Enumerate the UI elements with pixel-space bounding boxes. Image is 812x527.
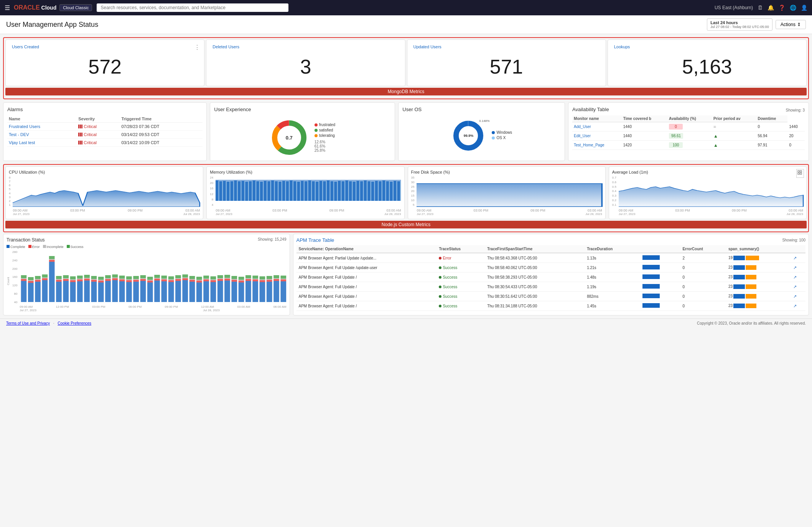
apm-ext-link-0[interactable]: ↗ [793, 256, 797, 260]
users-created-value: 572 [12, 52, 198, 81]
svg-rect-149 [175, 281, 181, 302]
metric-dots-menu[interactable]: ⋮ [194, 44, 200, 51]
severity-label-2: Critical [84, 140, 97, 145]
avail-downtime-0: 1440 [787, 122, 805, 131]
transaction-status-panel: Transaction Status Showing: 15,249 Compl… [3, 234, 290, 315]
top-navigation: ☰ ORACLE Cloud Cloud Classic US East (As… [0, 0, 812, 15]
ue-center-value: 0.7 [286, 135, 293, 141]
apm-duration-4: 882ms [585, 292, 640, 301]
svg-rect-195 [253, 279, 259, 279]
avail-name-2[interactable]: Test_Home_Page [574, 143, 604, 147]
svg-rect-139 [155, 278, 160, 279]
metric-cards-row: Users Created ⋮ 572 Deleted Users 3 Upda… [5, 39, 807, 86]
span-blue-1 [733, 265, 745, 270]
apm-status-5: Success [436, 301, 485, 311]
svg-rect-10 [227, 182, 229, 201]
alarms-panel: Alarms Name Severity Triggered Time Frus… [3, 102, 207, 161]
hamburger-icon[interactable]: ☰ [5, 4, 10, 11]
svg-rect-188 [239, 277, 244, 280]
transaction-title: Transaction Status [7, 237, 45, 243]
svg-rect-175 [217, 278, 223, 279]
svg-rect-118 [119, 279, 125, 281]
apm-col-starttime: TraceFirstSpanStartTime [485, 245, 585, 253]
updated-users-label: Updated Users [413, 44, 600, 49]
alarms-col-severity: Severity [77, 115, 120, 123]
cloud-classic-button[interactable]: Cloud Classic [59, 4, 92, 11]
apm-row-5: APM Browser Agent: Full Update / Success… [296, 301, 806, 311]
user-icon[interactable]: 👤 [801, 5, 807, 11]
svg-rect-209 [281, 281, 287, 302]
apm-ext-link-5[interactable]: ↗ [793, 304, 797, 308]
svg-rect-112 [105, 275, 111, 278]
apm-starttime-0: Thu 08:58:43.368 UTC-05:00 [485, 253, 585, 263]
time-range-selector[interactable]: Last 24 hours Jul 27 08:02 - Today 08:02… [707, 18, 772, 31]
apm-row-4: APM Browser Agent: Full Update / Success… [296, 292, 806, 301]
svg-rect-180 [225, 275, 231, 278]
chart-grid-icon[interactable] [796, 169, 804, 178]
apm-starttime-3: Thu 08:30:54.433 UTC-05:00 [485, 282, 585, 292]
apm-ext-link-2[interactable]: ↗ [793, 275, 797, 279]
ue-legend-satisfied: satisfied [315, 128, 335, 132]
svg-rect-85 [63, 281, 69, 302]
alarm-row-0: Frustrated Users Critical 07/28/23 07:36… [7, 123, 203, 131]
svg-rect-167 [204, 279, 209, 279]
apm-service-0: APM Browser Agent: Partial Update /updat… [296, 253, 437, 263]
region-selector[interactable]: US East (Ashburn) [715, 5, 753, 10]
alarm-name-2[interactable]: Vijay Last test [9, 140, 35, 145]
svg-rect-152 [175, 275, 181, 278]
memory-y-axis: 2420161284 [210, 176, 214, 207]
svg-rect-187 [239, 280, 244, 281]
avgload-chart-area: 0.70.60.50.40.30.20.1 09:00 AM03:00 PM09… [612, 176, 803, 216]
avail-row-2: Test_Home_Page 1420 100 ▲ 97.91 0 [572, 141, 805, 150]
bell-icon[interactable]: 🔔 [768, 5, 774, 11]
disk-chart-svg-container: 09:00 AM03:00 PM09:00 PM03:00 AM Jul 27,… [417, 176, 602, 216]
svg-rect-202 [267, 280, 272, 282]
svg-rect-168 [204, 276, 209, 279]
svg-rect-160 [189, 276, 195, 279]
svg-rect-44 [353, 182, 356, 201]
oracle-text: ORACLE [14, 4, 40, 11]
ue-title: User Experience [214, 107, 391, 112]
memory-chart-svg [216, 176, 401, 207]
avail-name-0[interactable]: Add_User [574, 125, 591, 129]
apm-service-3: APM Browser Agent: Full Update / [296, 282, 437, 292]
alarm-row-2: Vijay Last test Critical 03/14/22 10:09 … [7, 139, 203, 147]
cookie-link[interactable]: Cookie Preferences [58, 321, 91, 325]
actions-button[interactable]: Actions ⇕ [776, 20, 806, 29]
terms-link[interactable]: Terms of Use and Privacy [6, 321, 50, 325]
apm-ext-link-4[interactable]: ↗ [793, 294, 797, 299]
help-icon[interactable]: ❓ [779, 5, 785, 11]
search-input[interactable] [97, 3, 288, 12]
svg-rect-87 [63, 278, 69, 279]
svg-rect-9 [223, 181, 226, 201]
svg-rect-11 [231, 181, 233, 201]
calendar-icon[interactable]: 🗓 [758, 5, 763, 11]
apm-ext-link-3[interactable]: ↗ [793, 284, 797, 289]
globe-icon[interactable]: 🌐 [790, 5, 796, 11]
disk-chart-title: Free Disk Space (%) [411, 170, 602, 174]
search-bar[interactable] [97, 3, 288, 12]
apm-ext-link-1[interactable]: ↗ [793, 265, 797, 270]
cpu-y-axis: 87654321 [9, 176, 11, 207]
svg-rect-81 [56, 282, 62, 302]
svg-rect-95 [77, 279, 83, 279]
alarms-col-time: Triggered Time [120, 115, 203, 123]
apm-errorcount-0: 2 [680, 253, 726, 263]
svg-rect-170 [211, 280, 216, 282]
cloud-text: Cloud [41, 5, 57, 11]
avail-prior-0: 0 [756, 122, 787, 131]
avail-prior-1: 56.94 [756, 131, 787, 141]
frustrated-pct: 12.6% [315, 140, 335, 144]
svg-rect-14 [242, 181, 244, 201]
apm-status-0: Error [436, 253, 485, 263]
svg-rect-53 [386, 181, 389, 201]
main-content: Users Created ⋮ 572 Deleted Users 3 Upda… [0, 34, 812, 318]
apm-span-1: 23 [726, 263, 791, 273]
avail-name-1[interactable]: Edit_User [574, 134, 591, 138]
alarm-name-0[interactable]: Frustrated Users [9, 124, 40, 129]
mongodb-section: Users Created ⋮ 572 Deleted Users 3 Upda… [3, 37, 809, 99]
svg-rect-18 [256, 181, 259, 201]
svg-rect-134 [147, 281, 153, 282]
alarm-name-1[interactable]: Test - DEV [9, 132, 29, 137]
svg-rect-138 [155, 279, 160, 281]
